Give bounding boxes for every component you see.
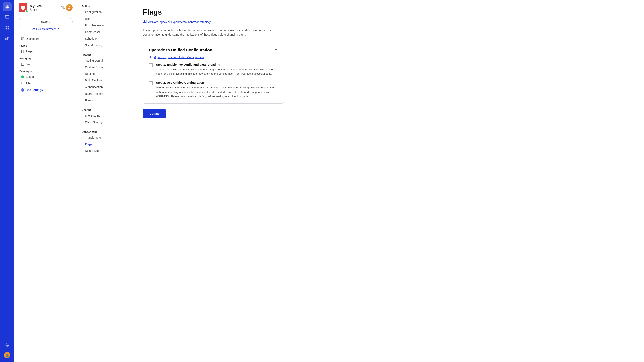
settings-section-label-sharing: Sharing bbox=[77, 107, 133, 112]
settings-item-transfer-site[interactable]: Transfer Site bbox=[78, 134, 132, 141]
settings-item-site-mountings[interactable]: Site Mountings bbox=[78, 42, 132, 48]
live-preview-link[interactable]: Live site preview bbox=[18, 27, 73, 30]
monitor-icon[interactable] bbox=[3, 13, 12, 22]
status-icon bbox=[21, 75, 24, 78]
svg-point-14 bbox=[33, 28, 34, 29]
migration-link[interactable]: Migration guide for Unified Configuratio… bbox=[154, 55, 204, 59]
svg-point-24 bbox=[21, 75, 24, 78]
svg-rect-8 bbox=[7, 37, 8, 40]
save-button[interactable]: Save... bbox=[18, 18, 73, 25]
page-title: Flags bbox=[143, 8, 634, 16]
chart-icon[interactable] bbox=[3, 34, 12, 43]
doc-link-icon bbox=[143, 20, 146, 24]
nav-label-status: Status bbox=[26, 75, 34, 78]
settings-item-configuration[interactable]: Configuration bbox=[78, 9, 132, 15]
svg-rect-4 bbox=[8, 26, 9, 27]
nav-label-blog: Blog bbox=[26, 62, 32, 66]
nav-item-pages[interactable]: Pages bbox=[16, 48, 75, 55]
svg-rect-7 bbox=[6, 38, 6, 40]
svg-rect-18 bbox=[23, 39, 24, 40]
nav-section-developer: Developer bbox=[14, 67, 77, 73]
nav-item-dashboard[interactable]: Dashboard bbox=[16, 35, 75, 42]
page-description: These options can enable behavior that i… bbox=[143, 28, 284, 37]
migration-doc-icon bbox=[149, 55, 152, 59]
nav-item-blog[interactable]: Blog bbox=[16, 61, 75, 67]
avatar-group bbox=[60, 4, 73, 11]
svg-rect-2 bbox=[6, 16, 9, 18]
settings-item-routing[interactable]: Routing bbox=[78, 71, 132, 77]
files-icon bbox=[21, 82, 24, 85]
svg-rect-16 bbox=[21, 38, 22, 39]
bell-icon[interactable] bbox=[3, 340, 12, 349]
svg-line-15 bbox=[58, 28, 59, 29]
settings-section-label-danger: Danger zone bbox=[77, 129, 133, 134]
step-1-checkbox-wrap bbox=[149, 63, 153, 67]
dashboard-icon bbox=[21, 37, 24, 40]
settings-item-i18n[interactable]: I18n bbox=[78, 15, 132, 22]
step-2-checkbox-wrap bbox=[149, 81, 153, 85]
pages-icon bbox=[21, 50, 24, 53]
settings-item-custom-domain[interactable]: Custom Domain bbox=[78, 64, 132, 70]
unified-config-card: Upgrade to Unified Configuration Migrati… bbox=[143, 43, 284, 104]
card-collapse-icon[interactable] bbox=[274, 48, 278, 53]
nav-section-blogging: Blogging bbox=[14, 55, 77, 61]
site-branch: main bbox=[30, 8, 58, 11]
svg-rect-6 bbox=[8, 28, 9, 29]
settings-section-label-hosting: Hosting bbox=[77, 52, 133, 57]
settings-item-build-deploys[interactable]: Build Deploys bbox=[78, 77, 132, 84]
cloudcannon-icon[interactable] bbox=[3, 2, 12, 11]
main-sidebar: My Site main Save... bbox=[14, 0, 77, 362]
settings-item-client-sharing[interactable]: Client Sharing bbox=[78, 119, 132, 125]
step-1-checkbox[interactable] bbox=[149, 63, 153, 67]
team-icon bbox=[60, 6, 64, 10]
settings-section-sharing: Sharing Site Sharing Client Sharing bbox=[77, 107, 133, 125]
step-1-desc: CloudCannon will automatically load your… bbox=[156, 67, 278, 76]
user-avatar-bottom-icon[interactable]: 👤 bbox=[3, 351, 12, 360]
step-2-content: Step 2: Use Unified Configuration Use th… bbox=[156, 81, 278, 98]
nav-item-status[interactable]: Status bbox=[16, 74, 75, 80]
step-1-item: Step 1: Enable live config and data relo… bbox=[149, 63, 278, 76]
nav-item-site-settings[interactable]: Site Settings bbox=[16, 87, 75, 93]
svg-rect-3 bbox=[6, 26, 7, 27]
svg-rect-9 bbox=[8, 38, 9, 40]
svg-rect-19 bbox=[21, 39, 22, 40]
site-info: My Site main bbox=[30, 4, 58, 11]
settings-section-danger: Danger zone Transfer Site Flags Delete S… bbox=[77, 129, 133, 154]
settings-item-forms[interactable]: Forms bbox=[78, 97, 132, 104]
settings-item-delete-site[interactable]: Delete Site bbox=[78, 148, 132, 154]
settings-item-bearer-tokens[interactable]: Bearer Tokens bbox=[78, 90, 132, 97]
sidebar-header: My Site main bbox=[14, 0, 77, 15]
step-1-title: Step 1: Enable live config and data relo… bbox=[156, 63, 278, 66]
main-content: Flags Activate legacy or experimental be… bbox=[133, 0, 644, 362]
svg-point-10 bbox=[32, 10, 32, 11]
svg-point-25 bbox=[22, 90, 23, 90]
settings-item-post-processing[interactable]: Post Processing bbox=[78, 22, 132, 28]
step-2-desc: Use the Unified Configuration file forma… bbox=[156, 85, 278, 98]
settings-item-testing-domain[interactable]: Testing Domain bbox=[78, 57, 132, 64]
settings-item-schedule[interactable]: Schedule bbox=[78, 35, 132, 42]
settings-item-site-sharing[interactable]: Site Sharing bbox=[78, 112, 132, 119]
user-avatar[interactable] bbox=[66, 4, 73, 11]
settings-section-hosting: Hosting Testing Domain Custom Domain Rou… bbox=[77, 52, 133, 104]
svg-point-13 bbox=[69, 6, 70, 7]
settings-item-flags[interactable]: Flags bbox=[78, 141, 132, 147]
svg-point-12 bbox=[62, 6, 63, 8]
migration-link-row: Migration guide for Unified Configuratio… bbox=[149, 55, 278, 59]
settings-item-compressor[interactable]: Compressor bbox=[78, 29, 132, 35]
site-logo bbox=[18, 3, 27, 12]
step-2-title: Step 2: Use Unified Configuration bbox=[156, 81, 278, 84]
icon-bar: 👤 bbox=[0, 0, 14, 362]
svg-rect-17 bbox=[23, 38, 24, 38]
doc-link[interactable]: Activate legacy or experimental behavior… bbox=[148, 20, 211, 23]
svg-point-1 bbox=[7, 5, 8, 7]
grid-icon[interactable] bbox=[3, 23, 12, 32]
settings-section-builds: Builds Configuration I18n Post Processin… bbox=[77, 3, 133, 48]
update-button[interactable]: Update bbox=[143, 109, 166, 118]
settings-item-authentication[interactable]: Authentication bbox=[78, 84, 132, 90]
nav-item-files[interactable]: Files bbox=[16, 80, 75, 87]
site-active-badge bbox=[25, 10, 28, 13]
step-2-item: Step 2: Use Unified Configuration Use th… bbox=[149, 81, 278, 98]
doc-link-row: Activate legacy or experimental behavior… bbox=[143, 20, 634, 24]
nav-label-files: Files bbox=[26, 82, 32, 85]
step-2-checkbox[interactable] bbox=[149, 81, 153, 85]
